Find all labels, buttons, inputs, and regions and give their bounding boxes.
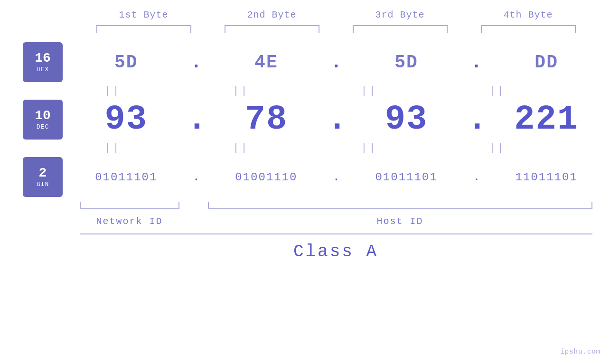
dec-b4: 221 <box>499 100 594 139</box>
network-id-label: Network ID <box>80 216 179 227</box>
dec-badge: 10 DEC <box>23 100 63 140</box>
hex-row: 16 HEX 5D . 4E . 5D . DD <box>0 42 610 82</box>
dec-badge-label: DEC <box>37 123 49 131</box>
dec-dot3: . <box>467 100 486 139</box>
bin-dot2: . <box>327 171 346 184</box>
eq1-b2: || <box>194 85 289 97</box>
hex-b4: DD <box>499 52 594 73</box>
eq2-b4: || <box>450 142 545 154</box>
eq1-b4: || <box>450 85 545 97</box>
bin-badge: 2 BIN <box>23 157 63 197</box>
host-bracket <box>208 202 592 209</box>
byte3-header: 3rd Byte <box>348 9 452 20</box>
byte2-header: 2nd Byte <box>220 9 324 20</box>
top-brackets <box>80 25 592 33</box>
bin-values: 01011101 . 01001110 . 01011101 . 1101110… <box>63 171 610 184</box>
main-container: 1st Byte 2nd Byte 3rd Byte 4th Byte 16 H… <box>0 0 610 364</box>
dec-badge-num: 10 <box>35 109 51 123</box>
equals-row-1: || || || || <box>49 85 562 97</box>
hex-b2: 4E <box>219 52 314 73</box>
watermark: ipshu.com <box>560 348 601 355</box>
dec-b3: 93 <box>359 100 454 139</box>
eq1-b3: || <box>322 85 417 97</box>
top-bracket-4 <box>481 25 576 33</box>
host-id-label: Host ID <box>208 216 592 227</box>
bin-dot3: . <box>467 171 486 184</box>
top-bracket-2 <box>225 25 319 33</box>
eq2-b1: || <box>66 142 160 154</box>
hex-b3: 5D <box>359 52 454 73</box>
class-label: Class A <box>80 242 592 261</box>
byte4-header: 4th Byte <box>476 9 581 20</box>
top-bracket-3 <box>353 25 448 33</box>
hex-dot2: . <box>327 52 346 73</box>
class-area: Class A <box>80 233 592 261</box>
bin-dot1: . <box>187 171 206 184</box>
network-bracket <box>80 202 179 209</box>
bin-b2: 01001110 <box>219 171 314 184</box>
hex-badge-num: 16 <box>35 51 51 66</box>
dec-b2: 78 <box>219 100 314 139</box>
eq2-b2: || <box>194 142 289 154</box>
dec-dot2: . <box>327 100 346 139</box>
hex-badge-label: HEX <box>37 66 49 73</box>
equals-row-2: || || || || <box>49 142 562 154</box>
hex-b1: 5D <box>79 52 174 73</box>
eq1-b1: || <box>66 85 160 97</box>
bin-b1: 01011101 <box>79 171 174 184</box>
dec-b1: 93 <box>79 100 174 139</box>
id-labels-row: Network ID Host ID <box>80 216 592 227</box>
bin-row: 2 BIN 01011101 . 01001110 . 01011101 . 1… <box>0 157 610 197</box>
byte1-header: 1st Byte <box>92 9 196 20</box>
hex-dot3: . <box>467 52 486 73</box>
dec-row: 10 DEC 93 . 78 . 93 . 221 <box>0 100 610 140</box>
dec-dot1: . <box>187 100 206 139</box>
bottom-brackets-area: Network ID Host ID <box>80 202 592 227</box>
bin-badge-num: 2 <box>39 166 47 181</box>
hex-dot1: . <box>187 52 206 73</box>
hex-values: 5D . 4E . 5D . DD <box>63 52 610 73</box>
dec-values: 93 . 78 . 93 . 221 <box>63 100 610 139</box>
hex-badge: 16 HEX <box>23 42 63 82</box>
top-bracket-1 <box>96 25 191 33</box>
byte-headers: 1st Byte 2nd Byte 3rd Byte 4th Byte <box>80 9 592 20</box>
bin-b3: 01011101 <box>359 171 454 184</box>
eq2-b3: || <box>322 142 417 154</box>
bin-b4: 11011101 <box>499 171 594 184</box>
bin-badge-label: BIN <box>37 181 49 188</box>
